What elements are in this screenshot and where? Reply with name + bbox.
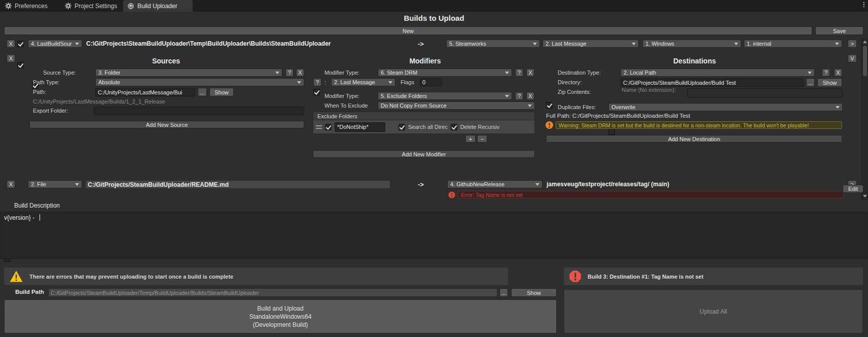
- add-new-source-button[interactable]: Add New Source: [29, 121, 304, 128]
- path-browse-button[interactable]: ...: [198, 88, 207, 96]
- editor-tab-bar: Preferences Project Settings Build Uploa…: [0, 0, 868, 12]
- search-all-directories-checkbox[interactable]: [399, 124, 405, 130]
- build3-destination-dropdown[interactable]: 4. GithubNewRelease: [447, 180, 542, 188]
- export-folder-label: Export Folder:: [33, 107, 68, 115]
- build1-destination-dropdown[interactable]: 5. Steamworks: [446, 40, 540, 48]
- add-new-modifier-button[interactable]: Add New Modifier: [313, 150, 535, 158]
- build1-remove-button[interactable]: X: [7, 40, 15, 48]
- flags-input[interactable]: 0: [420, 78, 442, 86]
- warning-circle-icon: [546, 121, 553, 129]
- build-path-input[interactable]: C:/GitProjects/SteamBuildUploader/Temp/B…: [48, 288, 497, 297]
- scroll-up-icon[interactable]: [863, 41, 867, 43]
- exclude-list-remove-button[interactable]: −: [477, 135, 487, 143]
- modifier1-remove-button[interactable]: X: [526, 69, 534, 77]
- chevron-down-icon: [275, 72, 279, 74]
- modifiers-title: Modifiers: [313, 57, 537, 65]
- source-type-dropdown[interactable]: 3. Folder: [95, 69, 282, 77]
- build1-enabled-checkbox[interactable]: [17, 41, 24, 47]
- tab-label: Project Settings: [75, 3, 117, 10]
- directory-browse-button[interactable]: ...: [806, 78, 815, 87]
- path-type-dropdown[interactable]: Absolute: [95, 78, 304, 86]
- dropdown-value: 4. LastBuildSour: [31, 41, 72, 47]
- export-folder-input[interactable]: [94, 107, 304, 115]
- build-and-upload-button[interactable]: Build and Upload StandaloneWindows64 (De…: [4, 299, 557, 333]
- build3-destination-info: jamesveug/testproject/releases/tag/ (mai…: [547, 180, 669, 188]
- chevron-down-icon: [75, 43, 79, 45]
- modifier1-help-button[interactable]: ?: [515, 69, 523, 77]
- upload-all-button[interactable]: Upload All: [564, 289, 863, 333]
- build-button-line3: (Development Build): [253, 321, 308, 329]
- build3-source-type-dropdown[interactable]: 2. File: [28, 180, 82, 188]
- chevron-down-icon: [505, 72, 509, 74]
- modifier2-type-dropdown[interactable]: 5. Exclude Folders: [378, 92, 512, 100]
- build-path-show-button[interactable]: Show: [511, 288, 557, 297]
- build1-expand-button[interactable]: >: [848, 40, 857, 48]
- exclude-item-enabled-checkbox[interactable]: [325, 124, 332, 130]
- edit-description-button[interactable]: Edit: [843, 185, 863, 193]
- scroll-down-icon[interactable]: [863, 195, 867, 197]
- build-uploader-window: { "tabbar": { "preferences": "Preference…: [0, 0, 868, 337]
- modifier1-depot-dropdown[interactable]: 2. Last Message: [331, 78, 395, 86]
- build3-source-path-input[interactable]: C:/GitProjects/SteamBuildUploader/README…: [85, 180, 390, 189]
- chevron-down-icon: [835, 43, 839, 45]
- build1-source-type-dropdown[interactable]: 4. LastBuildSour: [28, 40, 82, 48]
- tab-label: Build Uploader: [137, 3, 177, 10]
- build2-enabled-checkbox[interactable]: [17, 62, 24, 69]
- source-remove-button[interactable]: X: [296, 69, 304, 77]
- modifier1-sub-help-button[interactable]: ?: [313, 78, 321, 86]
- source-type-label: Source Type:: [43, 69, 76, 77]
- chevron-down-icon: [535, 183, 539, 186]
- directory-input[interactable]: C:/GitProjects/SteamBuildUploader/Build …: [621, 78, 804, 87]
- build-description-textarea[interactable]: v{version} -: [1, 212, 867, 259]
- build-path-browse-button[interactable]: ...: [499, 288, 508, 297]
- build1-depot-dropdown[interactable]: 2. Last Message: [542, 40, 639, 48]
- new-build-button[interactable]: New: [4, 26, 812, 35]
- zip-contents-checkbox[interactable]: [608, 128, 615, 135]
- build2-remove-button[interactable]: X: [7, 54, 15, 62]
- path-input[interactable]: C:/UnityProjects/LastMessage/Bui: [95, 88, 195, 96]
- path-show-button[interactable]: Show: [209, 88, 234, 96]
- destination-type-dropdown[interactable]: 2. Local Path: [621, 69, 815, 77]
- scrollbar-thumb[interactable]: [863, 46, 867, 76]
- destination-enabled-checkbox[interactable]: [546, 102, 553, 109]
- tab-preferences[interactable]: Preferences: [1, 0, 52, 12]
- search-all-directories-label: Search all Direc: [408, 124, 448, 130]
- chevron-down-icon: [297, 81, 301, 84]
- tab-build-uploader[interactable]: Build Uploader: [123, 0, 193, 12]
- duplicate-files-dropdown[interactable]: Overwrite: [608, 103, 843, 111]
- text-cursor: [40, 214, 40, 221]
- build3-remove-button[interactable]: X: [7, 180, 15, 188]
- tab-project-settings[interactable]: Project Settings: [61, 0, 121, 12]
- exclude-pattern-input[interactable]: *DoNotShip*: [335, 122, 385, 132]
- build1-platform-dropdown[interactable]: 1. Windows: [642, 40, 741, 48]
- tab-label: Preferences: [15, 3, 48, 10]
- modifier2-type-label: Modifier Type:: [324, 92, 359, 100]
- destinations-title: Destinations: [544, 57, 846, 65]
- modifier2-help-button[interactable]: ?: [515, 92, 523, 100]
- tab-overflow-menu[interactable]: ⋮: [861, 1, 867, 11]
- destination-remove-button[interactable]: X: [834, 69, 842, 77]
- destination-help-button[interactable]: ?: [822, 69, 830, 77]
- path-type-label: Path Type:: [33, 78, 59, 86]
- when-to-exclude-dropdown[interactable]: Do Not Copy From Source: [378, 102, 535, 110]
- build2-collapse-button[interactable]: V: [848, 54, 857, 62]
- directory-label: Directory:: [558, 78, 582, 86]
- directory-show-button[interactable]: Show: [817, 78, 842, 87]
- add-new-destination-button[interactable]: Add New Destination: [546, 135, 842, 143]
- modifier2-remove-button[interactable]: X: [526, 92, 534, 100]
- builds-scrollbar[interactable]: [861, 39, 868, 200]
- build1-branch-dropdown[interactable]: 1. internal: [744, 40, 842, 48]
- save-button[interactable]: Save: [815, 26, 863, 35]
- modifier1-type-dropdown[interactable]: 6. Steam DRM: [378, 69, 512, 77]
- chevron-down-icon: [388, 81, 392, 84]
- drag-handle-icon[interactable]: [316, 125, 322, 129]
- build3-arrow: ->: [413, 180, 428, 188]
- zip-name-input[interactable]: [687, 88, 843, 97]
- colon-separator: :: [324, 78, 326, 86]
- flags-label: Flags: [401, 78, 414, 86]
- modifier1-enabled-checkbox[interactable]: [313, 89, 320, 95]
- exclude-list-add-button[interactable]: +: [465, 135, 476, 143]
- source-help-button[interactable]: ?: [285, 69, 294, 77]
- delete-recursive-checkbox[interactable]: [451, 124, 457, 130]
- build-button-line2: StandaloneWindows64: [249, 313, 312, 321]
